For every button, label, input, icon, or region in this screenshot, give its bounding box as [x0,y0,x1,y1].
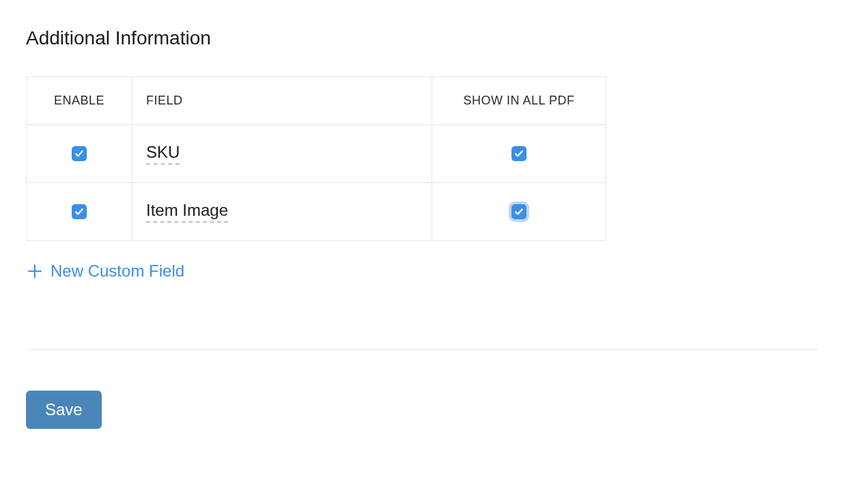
enable-checkbox[interactable] [72,204,87,219]
field-label[interactable]: Item Image [146,201,228,223]
section-title: Additional Information [26,27,818,49]
cell-enable [27,183,132,241]
show-in-pdf-checkbox[interactable] [511,204,526,219]
cell-pdf [432,125,606,183]
fields-table: ENABLE FIELD SHOW IN ALL PDF SKUItem Ima… [26,76,606,241]
table-header-field: FIELD [132,77,432,125]
show-in-pdf-checkbox[interactable] [511,146,526,161]
save-button[interactable]: Save [26,391,102,429]
enable-checkbox[interactable] [72,146,87,161]
cell-enable [27,125,132,183]
table-header-enable: ENABLE [27,77,132,125]
plus-icon [26,262,44,280]
table-row: SKU [27,125,606,183]
cell-pdf [432,183,606,241]
table-row: Item Image [27,183,606,241]
new-custom-field-link[interactable]: New Custom Field [26,262,184,281]
section-divider [26,349,818,350]
cell-field: SKU [132,125,432,183]
table-header-pdf: SHOW IN ALL PDF [432,77,606,125]
cell-field: Item Image [132,183,432,241]
new-custom-field-label: New Custom Field [51,262,184,281]
field-label[interactable]: SKU [146,143,180,165]
